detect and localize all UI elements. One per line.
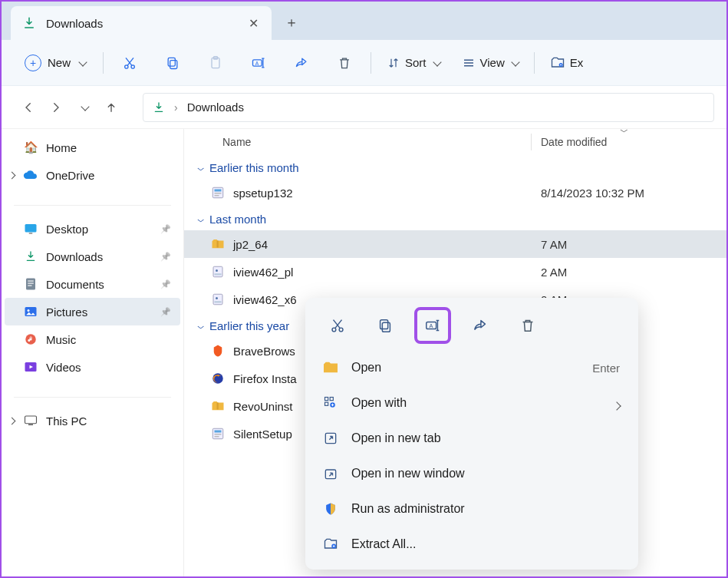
file-row[interactable]: iview462_pl2 AM bbox=[184, 258, 726, 286]
svg-text:A: A bbox=[429, 322, 433, 329]
context-copy-button[interactable] bbox=[368, 309, 402, 342]
file-name: BraveBrows bbox=[233, 345, 295, 358]
tab-downloads[interactable]: Downloads ✕ bbox=[11, 6, 272, 40]
context-share-button[interactable] bbox=[463, 309, 497, 342]
address-bar[interactable]: › Downloads bbox=[143, 93, 714, 122]
sidebar-label: Home bbox=[46, 141, 77, 154]
sort-indicator-icon: ⌵ bbox=[620, 124, 628, 134]
context-label: Open in new tab bbox=[351, 431, 441, 445]
svg-point-16 bbox=[28, 309, 30, 312]
column-name[interactable]: Name bbox=[222, 136, 251, 148]
file-name: SilentSetup bbox=[233, 428, 292, 441]
column-date[interactable]: Date modified bbox=[541, 136, 607, 148]
sidebar-item-thispc[interactable]: This PC bbox=[5, 407, 180, 434]
sidebar-label: Documents bbox=[46, 278, 104, 291]
chevron-down-icon bbox=[509, 56, 519, 69]
svg-rect-24 bbox=[215, 195, 219, 197]
context-rename-button[interactable]: A bbox=[416, 309, 450, 342]
context-item-run-admin[interactable]: Run as administrator bbox=[305, 491, 638, 527]
extract-label: Ex bbox=[570, 56, 584, 69]
context-item-open-window[interactable]: Open in new window bbox=[305, 456, 638, 491]
file-icon bbox=[210, 185, 226, 200]
context-item-extract[interactable]: Extract All... bbox=[305, 527, 638, 562]
forward-button[interactable] bbox=[44, 96, 68, 119]
group-header[interactable]: ⌵Last month bbox=[184, 206, 726, 230]
close-icon[interactable]: ✕ bbox=[245, 15, 261, 31]
separator bbox=[103, 52, 104, 74]
sidebar-label: Desktop bbox=[46, 223, 88, 236]
sidebar-item-downloads[interactable]: Downloads bbox=[5, 243, 180, 270]
group-header[interactable]: ⌵Earlier this month bbox=[184, 155, 726, 179]
svg-rect-9 bbox=[25, 224, 37, 233]
svg-rect-29 bbox=[213, 294, 222, 305]
tab-title: Downloads bbox=[46, 17, 236, 30]
file-row[interactable]: spsetup1328/14/2023 10:32 PM bbox=[184, 179, 726, 206]
separator bbox=[14, 192, 171, 206]
nav-row: › Downloads bbox=[2, 86, 726, 129]
svg-rect-19 bbox=[25, 416, 37, 424]
chevron-down-icon: ⌵ bbox=[197, 163, 205, 173]
recent-button[interactable] bbox=[72, 96, 95, 119]
cut-button[interactable] bbox=[113, 46, 147, 80]
chevron-down-icon: ⌵ bbox=[197, 214, 205, 224]
cloud-icon bbox=[23, 167, 38, 183]
sidebar-label: This PC bbox=[46, 415, 87, 428]
sidebar-label: Videos bbox=[46, 361, 81, 374]
paste-button[interactable] bbox=[199, 46, 232, 80]
shield-icon bbox=[322, 500, 339, 517]
context-item-open-with[interactable]: Open with bbox=[305, 385, 638, 421]
tab-bar: Downloads ✕ ＋ bbox=[2, 2, 726, 40]
sidebar-label: Pictures bbox=[46, 306, 87, 319]
extract-button[interactable]: Ex bbox=[544, 51, 590, 75]
file-icon bbox=[210, 292, 226, 307]
view-button[interactable]: View bbox=[456, 51, 525, 74]
svg-rect-45 bbox=[325, 402, 328, 405]
separator bbox=[534, 52, 535, 74]
share-button[interactable] bbox=[285, 46, 318, 80]
context-item-open-tab[interactable]: Open in new tab bbox=[305, 421, 638, 456]
up-button[interactable] bbox=[100, 96, 123, 119]
toolbar: + New A Sort View Ex bbox=[2, 40, 726, 86]
context-delete-button[interactable] bbox=[511, 309, 545, 342]
copy-button[interactable] bbox=[156, 46, 189, 80]
new-label: New bbox=[48, 56, 71, 69]
svg-rect-35 bbox=[215, 431, 222, 433]
svg-rect-31 bbox=[215, 301, 222, 302]
sidebar-item-pictures[interactable]: Pictures bbox=[5, 298, 180, 325]
svg-rect-13 bbox=[28, 283, 34, 284]
file-name: jp2_64 bbox=[233, 238, 268, 251]
back-button[interactable] bbox=[17, 96, 40, 119]
column-separator[interactable] bbox=[531, 134, 532, 150]
svg-rect-40 bbox=[382, 322, 390, 332]
download-icon bbox=[153, 101, 165, 114]
view-label: View bbox=[480, 56, 505, 69]
chevron-down-icon: ⌵ bbox=[197, 321, 205, 331]
sidebar-item-videos[interactable]: Videos bbox=[5, 353, 180, 381]
sidebar-item-home[interactable]: 🏠 Home bbox=[5, 134, 180, 161]
sidebar-item-documents[interactable]: Documents bbox=[5, 270, 180, 298]
delete-button[interactable] bbox=[328, 46, 361, 80]
separator bbox=[14, 384, 171, 398]
desktop-icon bbox=[23, 221, 38, 236]
music-icon bbox=[23, 332, 38, 347]
new-button[interactable]: + New bbox=[17, 50, 94, 76]
sidebar-item-onedrive[interactable]: OneDrive bbox=[5, 161, 180, 189]
sort-button[interactable]: Sort bbox=[380, 51, 446, 74]
chevron-down-icon bbox=[79, 101, 88, 114]
new-tab-button[interactable]: ＋ bbox=[276, 7, 307, 38]
context-item-open[interactable]: Open Enter bbox=[305, 350, 638, 385]
file-name: iview462_x6 bbox=[233, 293, 297, 306]
svg-rect-44 bbox=[325, 398, 328, 401]
sidebar-item-desktop[interactable]: Desktop bbox=[5, 215, 180, 243]
chevron-down-icon bbox=[77, 56, 86, 69]
context-cut-button[interactable] bbox=[321, 309, 354, 342]
context-hint: Enter bbox=[592, 362, 620, 375]
breadcrumb-current[interactable]: Downloads bbox=[187, 101, 244, 114]
rename-button[interactable]: A bbox=[242, 46, 275, 80]
sidebar-item-music[interactable]: Music bbox=[5, 325, 180, 353]
column-headers: ⌵ Name Date modified bbox=[184, 129, 726, 155]
group-label: Earlier this month bbox=[209, 161, 299, 174]
file-row[interactable]: jp2_647 AM bbox=[184, 230, 726, 258]
context-label: Run as administrator bbox=[351, 502, 465, 516]
breadcrumb-separator: › bbox=[174, 101, 178, 114]
